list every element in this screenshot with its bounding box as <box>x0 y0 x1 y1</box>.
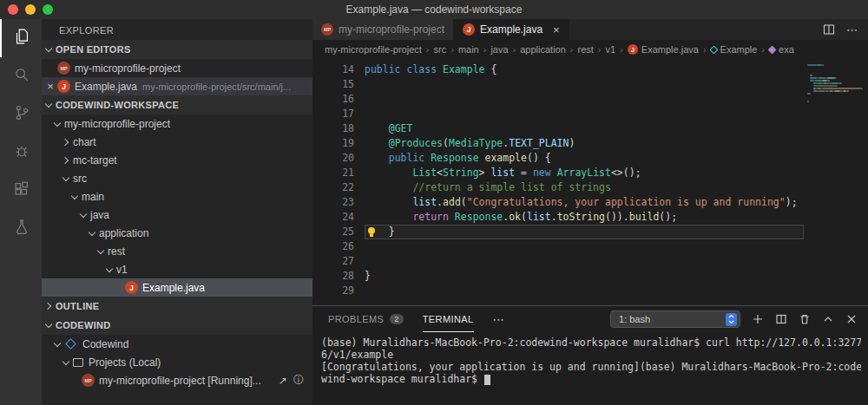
breadcrumb-item[interactable]: application <box>520 44 566 55</box>
panel-tab-problems[interactable]: PROBLEMS2 <box>328 306 404 332</box>
code-line[interactable]: 24 return Response.ok(list.toString()).b… <box>312 210 868 225</box>
activity-search-button[interactable] <box>0 57 42 95</box>
code-line[interactable]: 29 <box>312 284 868 298</box>
workspace-tree-item[interactable]: src <box>42 169 312 187</box>
code-line[interactable]: 27 <box>312 254 868 269</box>
chevron-down-icon[interactable] <box>76 208 90 222</box>
code-line[interactable]: 14public class Example { <box>312 62 868 77</box>
code-editor[interactable]: 14public class Example {15161718 @GET19 … <box>312 59 868 305</box>
breadcrumb-item[interactable]: JExample.java <box>628 44 699 55</box>
terminal-shell-select[interactable]: 1: bash <box>610 310 740 328</box>
activity-source-control-button[interactable] <box>0 95 42 134</box>
open-editor-item[interactable]: ×JExample.javamy-microprofile-project/sr… <box>42 77 312 95</box>
editor-tab[interactable]: JExample.java× <box>454 19 569 40</box>
activity-debug-button[interactable] <box>0 134 42 172</box>
open-app-icon[interactable]: ↗ <box>279 375 287 387</box>
chevron-down-icon[interactable] <box>59 172 73 186</box>
terminal-output[interactable]: (base) Muralidhars-MacBook-Pro-2:codewin… <box>312 332 868 405</box>
breadcrumb-item[interactable]: main <box>458 44 479 55</box>
lightbulb-icon[interactable] <box>368 227 375 234</box>
code-line[interactable]: 21 List<String> list = new ArrayList<>()… <box>312 166 868 180</box>
codewind-header[interactable]: CODEWIND <box>42 316 312 335</box>
open-editor-label: my-microprofile-project <box>75 62 181 75</box>
info-icon[interactable]: ⓘ <box>293 373 304 388</box>
chevron-down-icon[interactable] <box>50 117 64 131</box>
chevron-down-icon[interactable] <box>94 245 108 258</box>
chevron-down-icon[interactable] <box>102 263 116 277</box>
code-line[interactable]: 20 public Response example() { <box>312 151 868 166</box>
workspace-tree-item[interactable]: mc-target <box>42 151 312 169</box>
close-tab-icon[interactable]: × <box>553 23 560 36</box>
panel-tab-terminal[interactable]: TERMINAL <box>423 306 474 332</box>
workspace-tree-item[interactable]: rest <box>42 242 312 260</box>
line-number: 17 <box>312 107 354 121</box>
minimize-window-button[interactable] <box>25 4 36 15</box>
codewind-tree-item[interactable]: Projects (Local) <box>42 353 312 371</box>
chevron-right-icon[interactable] <box>59 154 73 167</box>
code-line[interactable]: 28} <box>312 269 868 284</box>
close-panel-button[interactable] <box>845 313 858 325</box>
breadcrumb-item[interactable]: Example <box>711 44 758 55</box>
close-window-button[interactable] <box>8 4 18 15</box>
chevron-down-icon <box>42 42 56 56</box>
chevron-down-icon[interactable] <box>50 337 64 351</box>
code-line[interactable]: 16 <box>312 92 868 107</box>
code-line[interactable]: 18 @GET <box>312 121 868 136</box>
chevron-right-icon[interactable] <box>59 135 73 149</box>
breadcrumb-item[interactable]: my-microprofile-project <box>325 44 422 55</box>
activity-explorer-button[interactable] <box>0 19 42 57</box>
breadcrumb-separator: › <box>570 44 574 55</box>
files-icon <box>12 27 31 49</box>
chevron-down-icon[interactable] <box>85 226 99 240</box>
workspace-tree-item[interactable]: JExample.java <box>42 278 312 297</box>
editor-more-actions-button[interactable]: ⋯ <box>846 23 858 36</box>
tree-item-label: chart <box>73 136 96 148</box>
maximize-panel-button[interactable] <box>822 313 834 325</box>
workspace-tree-item[interactable]: application <box>42 224 312 242</box>
split-terminal-button[interactable] <box>775 313 787 325</box>
workspace-tree-item[interactable]: v1 <box>42 260 312 278</box>
breadcrumb-item[interactable]: v1 <box>606 44 616 55</box>
problems-count-badge: 2 <box>390 314 403 324</box>
chevron-down-icon[interactable] <box>59 356 73 369</box>
workspace-tree-item[interactable]: chart <box>42 133 312 151</box>
chevron-down-icon[interactable] <box>68 190 82 204</box>
code-line[interactable]: 19 @Produces(MediaType.TEXT_PLAIN) <box>312 136 868 151</box>
breadcrumb-item[interactable]: exa <box>769 44 794 55</box>
editor-tab[interactable]: MPmy-microprofile-project <box>312 19 454 40</box>
terminal-line: wind-workspace muralidhar$ <box>321 373 861 385</box>
outline-header[interactable]: OUTLINE <box>42 297 312 316</box>
new-terminal-button[interactable] <box>752 313 764 325</box>
line-number: 23 <box>312 195 354 210</box>
open-editor-item[interactable]: MPmy-microprofile-project <box>42 59 312 77</box>
code-line[interactable]: 15 <box>312 77 868 92</box>
breadcrumb-item[interactable]: src <box>434 44 447 55</box>
minimap[interactable] <box>807 64 866 106</box>
tree-item-label: Codewind <box>82 338 128 350</box>
kill-terminal-button[interactable] <box>799 313 811 325</box>
split-editor-button[interactable] <box>822 23 836 36</box>
zoom-window-button[interactable] <box>43 4 53 15</box>
open-editors-header[interactable]: OPEN EDITORS <box>42 40 312 59</box>
panel-more-actions-button[interactable]: ⋯ <box>493 313 504 326</box>
line-number: 19 <box>312 136 354 151</box>
codewind-tree-item[interactable]: Codewind <box>42 335 312 353</box>
line-number: 26 <box>312 239 354 254</box>
workspace-header[interactable]: CODEWIND-WORKSPACE <box>42 95 312 114</box>
code-line[interactable]: 22 //return a simple list of strings <box>312 180 868 195</box>
codewind-tree-item[interactable]: MPmy-microprofile-project [Running]...↗ⓘ <box>42 371 312 389</box>
workspace-tree-item[interactable]: main <box>42 187 312 206</box>
line-number: 25 <box>312 225 354 239</box>
activity-codewind-test-button[interactable] <box>0 210 42 248</box>
code-line[interactable]: 26 <box>312 239 868 254</box>
breadcrumb-item[interactable]: rest <box>578 44 594 55</box>
code-line[interactable]: 25 } <box>312 225 868 239</box>
workspace-tree-item[interactable]: java <box>42 206 312 224</box>
activity-extensions-button[interactable] <box>0 172 42 210</box>
code-line[interactable]: 23 list.add("Congratulations, your appli… <box>312 195 868 210</box>
workspace-tree-item[interactable]: my-microprofile-project <box>42 114 312 133</box>
code-line[interactable]: 17 <box>312 107 868 121</box>
breadcrumb-item[interactable]: java <box>490 44 508 55</box>
window-title: Example.java — codewind-workspace <box>346 3 523 16</box>
close-editor-icon[interactable]: × <box>43 80 57 93</box>
